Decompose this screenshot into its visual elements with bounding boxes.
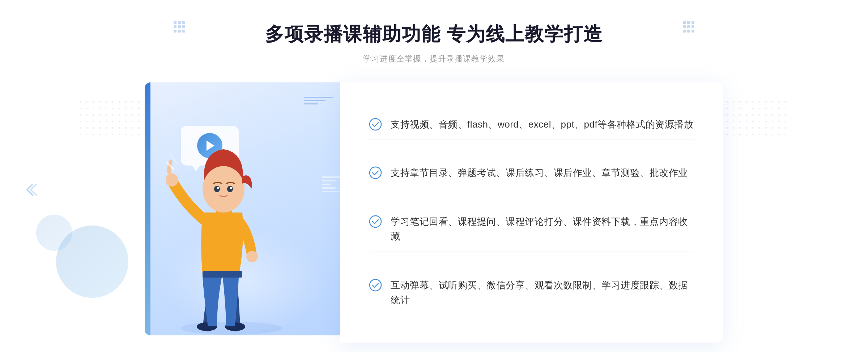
dot-grid-right [713, 101, 788, 176]
svg-point-17 [370, 216, 381, 227]
feature-item-3: 学习笔记回看、课程提问、课程评论打分、课件资料下载，重点内容收藏 [369, 207, 694, 252]
features-panel: 支持视频、音频、flash、word、excel、ppt、pdf等各种格式的资源… [340, 82, 723, 343]
feature-text-1: 支持视频、音频、flash、word、excel、ppt、pdf等各种格式的资源… [391, 117, 693, 132]
chevron-double-left-icon [22, 181, 40, 203]
feature-text-3: 学习笔记回看、课程提问、课程评论打分、课件资料下载，重点内容收藏 [391, 214, 694, 244]
decorative-lines [304, 97, 333, 107]
feature-text-2: 支持章节目录、弹题考试、课后练习、课后作业、章节测验、批改作业 [391, 166, 688, 181]
feature-item-2: 支持章节目录、弹题考试、课后练习、课后作业、章节测验、批改作业 [369, 158, 694, 188]
decorative-circle-large [56, 226, 128, 298]
decorative-circle-small [36, 215, 72, 251]
svg-point-9 [217, 187, 219, 189]
feature-text-4: 互动弹幕、试听购买、微信分享、观看次数限制、学习进度跟踪、数据统计 [391, 278, 694, 308]
page-subtitle: 学习进度全掌握，提升录播课教学效果 [265, 53, 603, 64]
svg-point-8 [227, 186, 233, 192]
grid-decoration-left-icon [174, 21, 185, 33]
check-circle-icon [369, 166, 382, 179]
feature-item-1: 支持视频、音频、flash、word、excel、ppt、pdf等各种格式的资源… [369, 110, 694, 140]
character-illustration [166, 133, 311, 335]
svg-point-10 [230, 187, 232, 189]
illustration-card [145, 82, 347, 335]
check-circle-icon [369, 118, 382, 131]
svg-point-15 [370, 119, 381, 130]
svg-point-16 [370, 167, 381, 179]
grid-decoration-right-icon [683, 21, 694, 33]
header-section: 多项录播课辅助功能 专为线上教学打造 学习进度全掌握，提升录播课教学效果 [265, 22, 603, 64]
check-circle-icon [369, 279, 382, 292]
check-circle-icon [369, 215, 382, 228]
page-title: 多项录播课辅助功能 专为线上教学打造 [265, 22, 603, 47]
content-area: 支持视频、音频、flash、word、excel、ppt、pdf等各种格式的资源… [145, 82, 723, 343]
svg-point-18 [370, 279, 381, 291]
stripe-decoration [322, 176, 340, 192]
svg-point-7 [214, 186, 220, 192]
feature-item-4: 互动弹幕、试听购买、微信分享、观看次数限制、学习进度跟踪、数据统计 [369, 271, 694, 315]
svg-point-5 [246, 251, 258, 262]
svg-rect-11 [203, 271, 242, 278]
dot-grid-left [80, 101, 155, 176]
page-wrapper: 多项录播课辅助功能 专为线上教学打造 学习进度全掌握，提升录播课教学效果 [0, 0, 868, 352]
